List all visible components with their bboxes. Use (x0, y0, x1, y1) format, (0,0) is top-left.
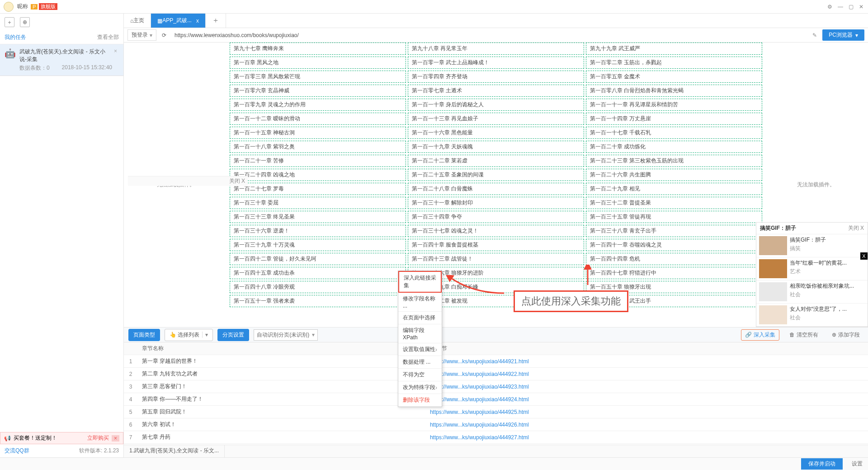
chapter-link[interactable]: 第一百一十章 身后的诡秘之人 (408, 99, 584, 111)
ctx-select-in-page[interactable]: 在页面中选择 (398, 312, 442, 324)
chapter-link[interactable]: 第一百一十六章 黑色能量 (408, 127, 584, 139)
news-item[interactable]: 当年“红极一时”的黄花...艺术 (756, 257, 868, 280)
row-link[interactable]: https://www...ks/wupojiuxiao/444922.html (425, 368, 868, 380)
chapter-link[interactable]: 第一百二十章 成功炼化 (586, 141, 762, 153)
table-row[interactable]: 6第六章 初试！https://www...ks/wupojiuxiao/444… (124, 418, 868, 431)
chapter-link[interactable]: 第一百三十三章 终见圣果 (230, 211, 406, 223)
ctx-deep-collect[interactable]: 深入此链接采集 (398, 271, 442, 293)
news-item[interactable]: 女人对你“没意思”了，...社会 (756, 304, 868, 327)
row-link[interactable]: https://www...ks/wupojiuxiao/444928.html (425, 444, 868, 445)
add-field-button[interactable]: ⊕添加字段 (828, 330, 863, 340)
chapter-link[interactable]: 第一百一十二章 暧昧的滑动 (230, 113, 406, 125)
chapter-link[interactable]: 第一百一十九章 天妖魂魄 (408, 141, 584, 153)
pre-login-dropdown[interactable]: 预登录 (127, 29, 156, 41)
news-item[interactable]: 搞笑GIF：胆子搞笑 (756, 234, 868, 257)
chapter-link[interactable]: 第一百二十三章 第三枚紫色玉筋的出现 (586, 155, 762, 167)
chapter-link[interactable]: 第一百零九章 灵魂之力的作用 (230, 99, 406, 111)
chapter-link[interactable]: 第一百一十八章 紫羽之奥 (230, 141, 406, 153)
new-task-icon[interactable]: ＋ (5, 17, 14, 27)
chapter-link[interactable]: 第一百二十七章 罗毒 (230, 183, 406, 195)
chapter-link[interactable]: 第一百章 黑风之地 (230, 57, 406, 69)
deep-collect-button[interactable]: 🔗深入采集 (741, 329, 779, 341)
chapter-link[interactable]: 第一百二十二章 莱若虚 (408, 155, 584, 167)
reload-icon[interactable]: ⟳ (159, 30, 169, 40)
bottom-tab-1[interactable]: 1.武破九霄(苍笑天),全文阅读 - 乐文... (124, 445, 225, 457)
chapter-link[interactable]: 第一百零六章 玄晶神威 (230, 85, 406, 97)
chapter-link[interactable]: 第一百三十二章 普提圣果 (586, 197, 762, 209)
page-split-button[interactable]: 分页设置 (217, 329, 249, 341)
chapter-link[interactable]: 第一百四十七章 狩猎进行中 (586, 267, 762, 279)
ctx-rename[interactable]: 修改字段名称 ... (398, 293, 442, 312)
chapter-link[interactable]: 第一百零二章 玉筋出，杀戮起 (586, 57, 762, 69)
chapter-link[interactable]: 第一百三十八章 青玄子出手 (586, 225, 762, 237)
ctx-to-special[interactable]: 改为特殊字段 (398, 381, 442, 394)
clear-all-button[interactable]: 🗑清空所有 (786, 330, 822, 340)
table-row[interactable]: 1第一章 穿越后的世界！https://www...ks/wupojiuxiao… (124, 355, 868, 368)
row-link[interactable]: https://www...ks/wupojiuxiao/444927.html (425, 431, 868, 444)
chapter-link[interactable]: 第一百一十四章 万丈悬崖 (586, 113, 762, 125)
table-row[interactable]: 5第五章 回归武院！https://www...ks/wupojiuxiao/4… (124, 406, 868, 418)
chapter-link[interactable]: 第一百四十四章 危机 (586, 253, 762, 265)
chapter-link[interactable]: 第一百三十七章 凶魂之灵！ (408, 225, 584, 237)
pc-browser-button[interactable]: PC浏览器 (822, 29, 864, 41)
table-row[interactable]: 4第四章 你——不用走了！https://www...ks/wupojiuxia… (124, 393, 868, 406)
view-all-link[interactable]: 查看全部 (97, 33, 119, 41)
url-field[interactable]: https://www.lewenxiaoshuo.com/books/wupo… (172, 32, 810, 38)
auto-page-select[interactable]: 自动识别分页(未识别) (254, 329, 318, 341)
chapter-link[interactable]: 第一百三十一章 解除封印 (408, 197, 584, 209)
chapter-link[interactable]: 第一百三十章 委屈 (230, 197, 406, 209)
chapter-link[interactable]: 第一百三十四章 争夺 (408, 211, 584, 223)
promo-close-icon[interactable]: × (112, 435, 119, 442)
chapter-link[interactable]: 第九十八章 再见常玉年 (408, 43, 584, 55)
ctx-data-proc[interactable]: 数据处理 ... (398, 356, 442, 369)
chapter-link[interactable]: 第一百四十二章 管徒，好久未见呵 (230, 253, 406, 265)
tab-add[interactable]: ＋ (206, 14, 226, 28)
col-chapter-link[interactable]: ⚙章节 (425, 342, 868, 355)
ctx-delete[interactable]: 删除该字段 (398, 394, 442, 407)
chapter-link[interactable]: 第一百零八章 白骨烈焰兽和青煞紫光蝎 (586, 85, 762, 97)
chapter-link[interactable]: 第一百三十九章 十万灵魂 (230, 239, 406, 251)
chapter-link[interactable]: 第一百零四章 齐齐登场 (408, 71, 584, 83)
minimize-icon[interactable]: — (838, 4, 843, 10)
chapter-link[interactable]: 第一百三十六章 逆袭！ (230, 225, 406, 237)
close-icon[interactable]: ✕ (859, 4, 863, 10)
tab-close-icon[interactable]: x (196, 18, 199, 24)
save-start-button[interactable]: 保存并启动 (801, 458, 843, 470)
chapter-link[interactable]: 第一百四十五章 成功击杀 (230, 267, 406, 279)
close-panel-button[interactable]: 关闭 X (128, 176, 248, 186)
task-item[interactable]: 🤖 武破九霄(苍笑天),全文阅读 - 乐文小说-采集 数据条数：0 2018-1… (0, 44, 123, 76)
select-list-button[interactable]: 👆 选择列表 (165, 329, 213, 341)
chapter-link[interactable]: 第一百零一章 武士上品巅峰成！ (408, 57, 584, 69)
table-row[interactable]: 2第二章 九转玄功之武者https://www...ks/wupojiuxiao… (124, 368, 868, 380)
task-close-icon[interactable]: × (112, 48, 119, 72)
new-folder-icon[interactable]: ⊕ (20, 17, 30, 27)
chapter-link[interactable]: 第一百二十五章 圣象国的间谍 (408, 169, 584, 181)
ctx-set-attr[interactable]: 设置取值属性 (398, 343, 442, 356)
table-row[interactable]: 7第七章 丹药https://www...ks/wupojiuxiao/4449… (124, 431, 868, 444)
chapter-link[interactable]: 第一百四十章 服食普提根茎 (408, 239, 584, 251)
news-close-button[interactable]: 关闭 X (848, 224, 864, 232)
col-chapter-name[interactable]: 章节名称 (137, 342, 425, 355)
edit-icon[interactable]: ✎ (812, 32, 817, 38)
chapter-link[interactable]: 第一百二十一章 苦修 (230, 155, 406, 167)
chapter-link[interactable]: 第九十九章 武王威严 (586, 43, 762, 55)
ctx-not-null[interactable]: 不得为空 (398, 369, 442, 381)
tab-active[interactable]: ▦ APP_武破... x (151, 14, 206, 28)
chapter-link[interactable]: 第一百四十三章 战管徒！ (408, 253, 584, 265)
chapter-link[interactable]: 第一百一十三章 再见血娘子 (408, 113, 584, 125)
row-link[interactable]: https://www...ks/wupojiuxiao/444923.html (425, 380, 868, 393)
gear-icon[interactable]: ⚙ (827, 4, 832, 10)
maximize-icon[interactable]: ▢ (849, 4, 854, 10)
chapter-link[interactable]: 第一百五十一章 强者来袭 (230, 295, 406, 307)
avatar[interactable] (4, 2, 14, 12)
chapter-link[interactable]: 第一百零五章 金魔术 (586, 71, 762, 83)
chapter-link[interactable]: 第九十七章 鹰蜂奔来 (230, 43, 406, 55)
chapter-link[interactable]: 第一百一十七章 千载石乳 (586, 127, 762, 139)
chapter-link[interactable]: 第一百一十五章 神秘古洞 (230, 127, 406, 139)
chapter-link[interactable]: 第一百二十六章 共生图腾 (586, 169, 762, 181)
chapter-link[interactable]: 第一百二十八章 白骨魔蛛 (408, 183, 584, 195)
tab-home[interactable]: ⌂ 主页 (124, 14, 151, 28)
qq-link[interactable]: 交流QQ群 (5, 447, 29, 455)
chapter-link[interactable]: 第一百零三章 黑风散紫芒现 (230, 71, 406, 83)
chapter-link[interactable]: 第一百四十一章 吞噬凶魂之灵 (586, 239, 762, 251)
